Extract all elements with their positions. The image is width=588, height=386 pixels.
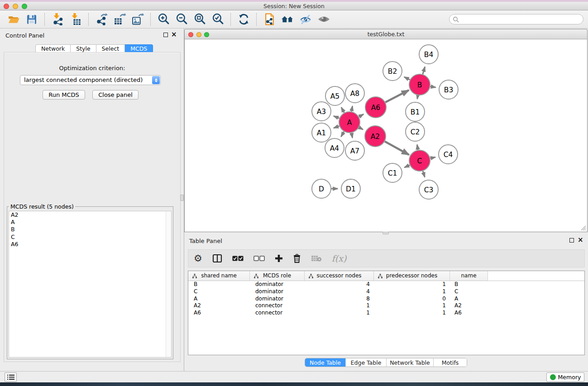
- close-table-panel-icon[interactable]: ×: [578, 237, 583, 243]
- export-network-button[interactable]: [95, 13, 108, 26]
- horizontal-divider-grip[interactable]: [382, 232, 389, 234]
- cell-predecessor-nodes[interactable]: 1: [374, 302, 450, 310]
- delete-column-button[interactable]: [293, 253, 301, 264]
- graph-node-A4[interactable]: A4: [325, 138, 344, 157]
- minimize-window-button[interactable]: [13, 4, 18, 9]
- function-builder-button-disabled[interactable]: f(x): [332, 253, 347, 264]
- cell-MCDS-role[interactable]: connector: [250, 310, 305, 317]
- edge-C-C4[interactable]: [430, 157, 435, 158]
- edge-A-A1[interactable]: [334, 126, 339, 128]
- table-row[interactable]: Adominator80A: [188, 295, 584, 303]
- graph-node-A[interactable]: A: [339, 112, 360, 133]
- edge-B-B3[interactable]: [430, 86, 436, 87]
- table-row[interactable]: A6connector11A6: [188, 310, 584, 317]
- graph-node-C4[interactable]: C4: [439, 145, 458, 164]
- task-history-button[interactable]: [5, 372, 17, 382]
- close-window-button[interactable]: [4, 4, 9, 9]
- graph-node-D[interactable]: D: [312, 179, 331, 198]
- close-panel-icon[interactable]: ×: [171, 32, 177, 37]
- delete-table-button-disabled[interactable]: [311, 253, 322, 264]
- result-list-scrollbar[interactable]: [166, 211, 171, 357]
- export-image-button[interactable]: [131, 13, 144, 26]
- graph-node-B[interactable]: B: [409, 74, 430, 95]
- import-network-button[interactable]: [51, 13, 64, 26]
- show-column-button[interactable]: [212, 253, 222, 264]
- zoom-out-button[interactable]: [175, 13, 188, 26]
- table-row[interactable]: Cdominator41C: [188, 288, 584, 295]
- graph-node-B2[interactable]: B2: [383, 62, 402, 81]
- zoom-in-button[interactable]: [157, 13, 170, 26]
- edge-A-A4[interactable]: [341, 132, 344, 137]
- zoom-selected-button[interactable]: [211, 13, 225, 26]
- cell-shared-name[interactable]: C: [188, 288, 250, 295]
- zoom-fit-button[interactable]: [193, 13, 206, 26]
- cell-predecessor-nodes[interactable]: 1: [374, 310, 450, 317]
- graph-node-A1[interactable]: A1: [312, 123, 331, 142]
- graph-node-A6[interactable]: A6: [365, 97, 386, 118]
- open-file-button[interactable]: [7, 13, 20, 26]
- column-header-predecessor-nodes[interactable]: predecessor nodes: [374, 271, 450, 281]
- show-all-button[interactable]: [317, 13, 330, 26]
- cell-MCDS-role[interactable]: dominator: [250, 281, 305, 288]
- edge-A-A7[interactable]: [351, 133, 352, 138]
- network-close-button[interactable]: [188, 32, 193, 37]
- cell-name[interactable]: A6: [450, 310, 488, 317]
- select-all-button[interactable]: [232, 253, 244, 264]
- graph-node-A7[interactable]: A7: [345, 141, 364, 160]
- cell-successor-nodes[interactable]: 4: [305, 288, 374, 295]
- network-from-document-button[interactable]: [263, 13, 276, 26]
- edge-A-A2[interactable]: [359, 127, 363, 129]
- mcds-result-list[interactable]: A2ABCA6: [9, 211, 172, 357]
- cell-successor-nodes[interactable]: 8: [305, 295, 374, 303]
- memory-button[interactable]: Memory: [546, 372, 584, 382]
- close-panel-button[interactable]: Close panel: [92, 90, 139, 100]
- first-neighbors-button[interactable]: [281, 13, 294, 26]
- cell-predecessor-nodes[interactable]: 0: [374, 295, 450, 303]
- cell-MCDS-role[interactable]: dominator: [250, 288, 305, 295]
- cell-name[interactable]: A: [450, 295, 488, 303]
- cell-name[interactable]: B: [450, 281, 488, 288]
- graph-node-C2[interactable]: C2: [406, 122, 425, 141]
- graph-node-B3[interactable]: B3: [439, 80, 458, 99]
- cell-predecessor-nodes[interactable]: 1: [374, 288, 450, 295]
- cell-shared-name[interactable]: A: [188, 295, 250, 303]
- table-row[interactable]: Bdominator41B: [188, 281, 584, 288]
- cell-successor-nodes[interactable]: 4: [305, 281, 374, 288]
- edge-C-C2[interactable]: [417, 145, 418, 150]
- float-table-panel-icon[interactable]: [569, 238, 574, 243]
- edge-B-B4[interactable]: [423, 67, 425, 74]
- deselect-all-button[interactable]: [253, 253, 265, 264]
- tab-node-table[interactable]: Node Table: [305, 358, 346, 367]
- graph-node-C1[interactable]: C1: [383, 163, 402, 182]
- graph-node-B4[interactable]: B4: [419, 45, 438, 64]
- hide-selected-button[interactable]: [299, 13, 312, 26]
- search-input[interactable]: [461, 16, 583, 23]
- float-panel-icon[interactable]: [163, 33, 168, 37]
- network-minimize-button[interactable]: [196, 32, 201, 37]
- result-list-item[interactable]: A: [9, 219, 171, 226]
- column-header-MCDS-role[interactable]: MCDS role: [250, 271, 305, 281]
- edge-A-A5[interactable]: [341, 107, 344, 113]
- result-list-item[interactable]: B: [9, 226, 171, 233]
- graph-node-A8[interactable]: A8: [345, 84, 364, 103]
- cell-successor-nodes[interactable]: 1: [305, 310, 374, 317]
- table-options-button[interactable]: ⚙: [194, 253, 202, 264]
- graph-node-C[interactable]: C: [409, 150, 430, 171]
- column-header-successor-nodes[interactable]: successor nodes: [305, 271, 374, 281]
- cell-shared-name[interactable]: B: [188, 281, 250, 288]
- network-zoom-button[interactable]: [204, 32, 209, 37]
- edge-A6-B[interactable]: [385, 90, 409, 102]
- search-field[interactable]: [449, 14, 583, 24]
- criterion-select[interactable]: largest connected component (directed): [20, 75, 161, 85]
- column-header-shared-name[interactable]: shared name: [188, 271, 250, 281]
- table-row[interactable]: A2connector11A2: [188, 302, 584, 310]
- cell-name[interactable]: C: [450, 288, 488, 295]
- cell-MCDS-role[interactable]: dominator: [250, 295, 305, 303]
- edge-A-A6[interactable]: [359, 114, 363, 117]
- save-session-button[interactable]: [25, 13, 38, 26]
- graph-node-A5[interactable]: A5: [325, 86, 344, 105]
- result-list-item[interactable]: A6: [9, 241, 171, 248]
- tab-motifs[interactable]: Motifs: [434, 358, 467, 367]
- export-table-button[interactable]: [113, 13, 126, 26]
- edge-B-B1[interactable]: [417, 95, 418, 99]
